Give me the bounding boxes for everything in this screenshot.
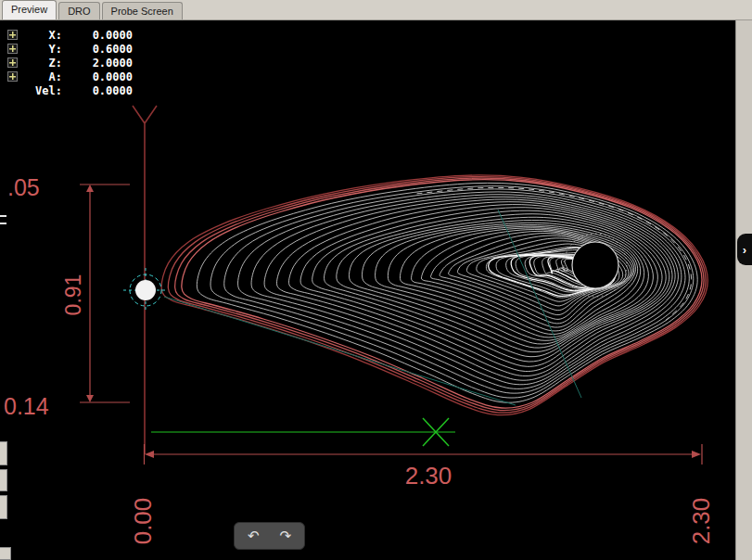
axis-marker-icon [7, 71, 18, 82]
hole-circle [572, 242, 618, 288]
dim-width-label: 2.30 [405, 462, 452, 490]
left-edge-stub [0, 495, 7, 519]
origin-y-marker [133, 106, 157, 143]
dim-arrow [86, 395, 94, 402]
panel-expander-button[interactable]: › [737, 234, 752, 265]
tab-preview[interactable]: Preview [2, 0, 57, 19]
dro-axis-value: 0.0000 [62, 84, 133, 97]
dro-axis-label: Vel: [21, 84, 62, 97]
dro-axis-label: Y: [21, 43, 62, 56]
toolpath-plot: 0.91 .05 0.14 2.30 0.00 2.30 [0, 20, 735, 560]
toolpath-contours [161, 175, 707, 415]
x-max-label: 2.30 [687, 498, 715, 545]
right-panel-strip: › [735, 20, 752, 560]
view-controls: ↶ ↷ [234, 522, 305, 550]
dro-row-vel: Vel: 0.0000 [7, 83, 133, 97]
dim-height-label: 0.91 [61, 274, 85, 316]
dro-row-y: Y: 0.6000 [7, 42, 133, 56]
dro-axis-value: 2.0000 [62, 57, 133, 70]
left-edge-mark [0, 215, 6, 217]
chevron-right-icon: › [743, 243, 746, 257]
dim-arrow [86, 185, 94, 192]
rotate-left-button[interactable]: ↶ [248, 527, 260, 545]
dro-axis-label: X: [21, 29, 62, 42]
tab-dro[interactable]: DRO [58, 2, 99, 19]
dro-axis-label: Z: [21, 57, 62, 70]
left-edge-stub [0, 547, 11, 560]
dro-readout: X: 0.0000 Y: 0.6000 Z: 2.0000 A: 0.0000 … [7, 28, 133, 97]
dro-row-x: X: 0.0000 [7, 28, 133, 42]
dim-arrow [692, 451, 701, 458]
dro-row-a: A: 0.0000 [7, 70, 133, 83]
tool-position-marker [123, 268, 168, 312]
dro-axis-value: 0.0000 [62, 70, 133, 83]
axis-marker-icon [7, 44, 18, 54]
dim-bottom-left-label: 0.14 [4, 393, 49, 419]
dro-axis-label: A: [21, 70, 62, 83]
axis-marker-icon [7, 30, 18, 40]
x-min-label: 0.00 [129, 498, 157, 545]
dro-row-z: Z: 2.0000 [7, 56, 133, 70]
left-edge-mark [0, 223, 6, 224]
dro-axis-value: 0.6000 [62, 43, 133, 56]
left-edge-stub [0, 441, 7, 465]
dim-top-left-label: .05 [7, 174, 40, 200]
axis-marker-icon [7, 57, 18, 68]
left-edge-stub [0, 469, 7, 491]
preview-canvas[interactable]: 0.91 .05 0.14 2.30 0.00 2.30 [0, 20, 735, 560]
tab-bar: Preview DRO Probe Screen [0, 0, 752, 20]
tool-circle [135, 280, 156, 300]
dim-arrow [145, 451, 154, 458]
rotate-right-button[interactable]: ↷ [280, 527, 292, 545]
app-window: Preview DRO Probe Screen 0.91 .05 0.1 [0, 0, 752, 560]
tab-probe-screen[interactable]: Probe Screen [102, 2, 183, 19]
dro-axis-value: 0.0000 [62, 29, 133, 42]
traverse-line [164, 297, 516, 405]
